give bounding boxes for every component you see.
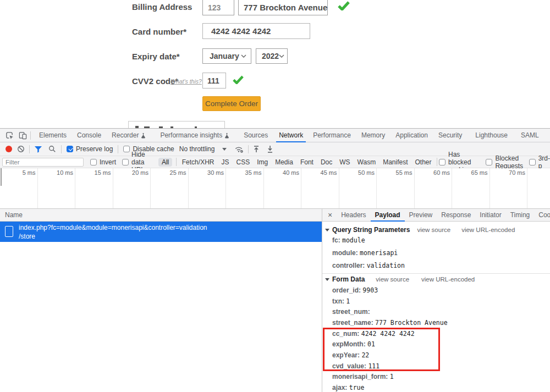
search-icon[interactable] bbox=[48, 145, 56, 153]
param-key: controller bbox=[332, 262, 367, 269]
close-icon[interactable]: × bbox=[328, 211, 332, 219]
view-url-encoded-link[interactable]: view URL-encoded bbox=[461, 227, 515, 233]
param-value: 9903 bbox=[362, 286, 378, 294]
form-data-section-header[interactable]: Form Data view source view URL-encoded bbox=[322, 275, 475, 283]
street-name-field[interactable]: Street Name 777 Brockton Avenue bbox=[238, 0, 328, 15]
tab-memory[interactable]: Memory bbox=[359, 129, 388, 142]
timeline-tick: 20 ms bbox=[113, 168, 151, 208]
filter-type-manifest[interactable]: Manifest bbox=[383, 158, 408, 166]
cvv-whats-this-link[interactable]: What's this? bbox=[170, 78, 202, 85]
tab-response[interactable]: Response bbox=[437, 209, 475, 222]
tab-performance[interactable]: Performance bbox=[310, 129, 354, 142]
filter-type-js[interactable]: JS bbox=[221, 158, 229, 166]
has-blocked-cookies-checkbox[interactable] bbox=[439, 159, 446, 165]
throttling-dropdown-arrow-icon[interactable] bbox=[222, 148, 227, 151]
request-row[interactable]: index.php?fc=module&module=monerisapi&co… bbox=[0, 222, 322, 242]
filter-type-font[interactable]: Font bbox=[300, 158, 314, 166]
third-party-checkbox[interactable] bbox=[529, 159, 536, 165]
expiry-year-select[interactable]: 2022 bbox=[256, 48, 288, 64]
param-value: monerisapi bbox=[360, 249, 398, 257]
tab-payload[interactable]: Payload bbox=[371, 209, 405, 222]
param-row-highlighted: expMonth01 bbox=[322, 339, 550, 350]
filter-type-all[interactable]: All bbox=[158, 158, 172, 167]
tab-sources[interactable]: Sources bbox=[241, 129, 271, 142]
hide-data-urls-checkbox[interactable] bbox=[122, 159, 129, 165]
filter-type-wasm[interactable]: Wasm bbox=[358, 158, 376, 166]
invert-checkbox[interactable] bbox=[90, 159, 97, 165]
street-number-floating-label: Street Num. bbox=[206, 0, 233, 1]
preserve-log-checkbox[interactable] bbox=[67, 146, 73, 152]
timeline-tick: 50 ms bbox=[339, 168, 377, 208]
filter-icon[interactable] bbox=[34, 146, 42, 153]
invert-label: Invert bbox=[100, 158, 116, 166]
filter-input[interactable] bbox=[2, 158, 84, 167]
filter-type-doc[interactable]: Doc bbox=[321, 158, 332, 166]
tab-elements[interactable]: Elements bbox=[36, 129, 69, 142]
checkout-form: Billing Address Street Num. 123 Street N… bbox=[0, 0, 550, 128]
card-number-label: Card number* bbox=[132, 27, 186, 36]
triangle-expand-icon[interactable] bbox=[325, 278, 329, 281]
filter-type-media[interactable]: Media bbox=[275, 158, 293, 166]
tab-performance-insights[interactable]: Performance insights bbox=[157, 129, 232, 142]
network-overview-timeline[interactable]: 5 ms 10 ms 15 ms 20 ms 25 ms 30 ms 35 ms… bbox=[0, 168, 550, 209]
param-row: modulemonerisapi bbox=[322, 246, 550, 259]
tab-console[interactable]: Console bbox=[74, 129, 104, 142]
network-conditions-icon[interactable] bbox=[234, 145, 244, 153]
tab-security[interactable]: Security bbox=[436, 129, 465, 142]
param-value: 22 bbox=[361, 351, 369, 359]
filter-type-ws[interactable]: WS bbox=[339, 158, 350, 166]
filter-type-fetchxhr[interactable]: Fetch/XHR bbox=[182, 158, 215, 166]
street-number-field[interactable]: Street Num. 123 bbox=[202, 0, 234, 15]
import-har-icon[interactable] bbox=[253, 145, 260, 153]
billing-address-label: Billing Address bbox=[132, 2, 192, 12]
record-button[interactable] bbox=[6, 146, 12, 152]
street-name-floating-label: Street Name bbox=[242, 0, 270, 1]
param-value: 01 bbox=[367, 340, 375, 348]
tab-headers[interactable]: Headers bbox=[337, 209, 370, 222]
timeline-tick: 10 ms bbox=[38, 168, 76, 208]
param-value: 111 bbox=[368, 362, 380, 370]
triangle-expand-icon[interactable] bbox=[325, 229, 329, 231]
timeline-tick: 15 ms bbox=[75, 168, 113, 208]
param-key: expYear bbox=[332, 351, 361, 359]
view-source-link[interactable]: view source bbox=[417, 227, 450, 233]
partial-clipped-button[interactable] bbox=[128, 121, 225, 128]
cvv-field[interactable]: 111 bbox=[202, 73, 226, 89]
throttling-select[interactable]: No throttling bbox=[179, 145, 215, 153]
disable-cache-checkbox[interactable] bbox=[123, 146, 130, 152]
card-number-field[interactable]: 4242 4242 4242 bbox=[202, 23, 310, 39]
name-column-header[interactable]: Name bbox=[0, 209, 322, 222]
tab-cookies[interactable]: Cookies bbox=[534, 209, 550, 222]
form-data-params: order_id9903 txn1 street_num street_name… bbox=[322, 285, 550, 392]
query-string-section-header[interactable]: Query String Parameters view source view… bbox=[322, 226, 515, 234]
tab-saml[interactable]: SAML bbox=[518, 129, 542, 142]
timeline-tick: 70 ms bbox=[490, 168, 528, 208]
tab-network[interactable]: Network bbox=[276, 129, 306, 142]
devtools-panel: Elements Console Recorder Performance in… bbox=[0, 128, 550, 392]
tab-preview[interactable]: Preview bbox=[405, 209, 437, 222]
tab-application[interactable]: Application bbox=[393, 129, 431, 142]
tab-lighthouse[interactable]: Lighthouse bbox=[472, 129, 510, 142]
filter-type-img[interactable]: Img bbox=[257, 158, 268, 166]
param-key: module bbox=[332, 249, 360, 257]
tab-timing[interactable]: Timing bbox=[506, 209, 535, 222]
complete-order-button[interactable]: Complete Order bbox=[202, 96, 261, 111]
param-key: monerisapi_form bbox=[332, 373, 390, 380]
param-value: 4242 4242 4242 bbox=[361, 330, 415, 338]
filter-type-css[interactable]: CSS bbox=[236, 158, 250, 166]
blocked-requests-checkbox[interactable] bbox=[486, 159, 492, 165]
export-har-icon[interactable] bbox=[267, 145, 273, 153]
clear-icon[interactable] bbox=[17, 145, 25, 153]
param-key: fc bbox=[332, 236, 342, 244]
device-toolbar-icon[interactable] bbox=[19, 131, 27, 140]
expiry-month-select[interactable]: January bbox=[202, 48, 251, 64]
param-key: cc_num bbox=[332, 330, 361, 338]
inspect-element-icon[interactable] bbox=[6, 131, 14, 140]
param-key: order_id bbox=[332, 286, 362, 294]
view-url-encoded-link[interactable]: view URL-encoded bbox=[421, 276, 475, 283]
param-value: 1 bbox=[346, 297, 350, 305]
view-source-link[interactable]: view source bbox=[376, 276, 409, 283]
tab-recorder[interactable]: Recorder bbox=[109, 129, 148, 142]
tab-initiator[interactable]: Initiator bbox=[475, 209, 505, 222]
filter-type-other[interactable]: Other bbox=[415, 158, 432, 166]
